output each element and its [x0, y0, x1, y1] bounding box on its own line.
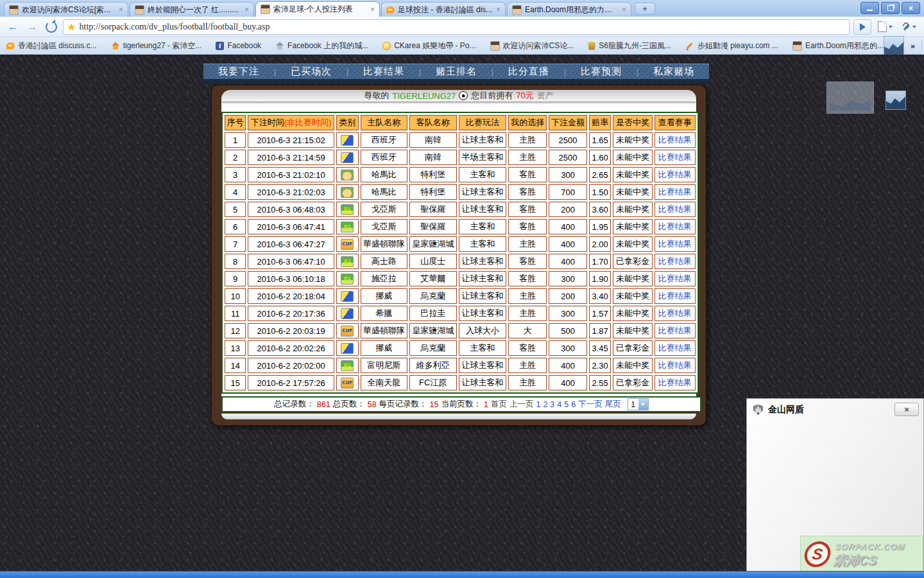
- page-link-6[interactable]: 6: [571, 400, 576, 409]
- bookmark-star-icon[interactable]: ★: [67, 22, 76, 32]
- cell-bet-time: 2010-6-3 21:02:03: [248, 184, 334, 200]
- browser-tab-2[interactable]: 終於能開心一次了 红.........×: [130, 2, 254, 17]
- avatar-icon: [261, 4, 270, 14]
- url-text[interactable]: http://sorpack.com/dv_plus/football/foot…: [80, 22, 270, 32]
- column-header-6: 比赛玩法: [459, 115, 507, 130]
- minimize-icon: [867, 10, 873, 11]
- tools-menu-button[interactable]: [899, 19, 919, 35]
- bookmark-item-5[interactable]: CKarea 娛樂地帶 - Po...: [382, 40, 475, 51]
- tab-close-icon[interactable]: ×: [622, 6, 626, 13]
- stat-value-1: 861: [317, 400, 330, 409]
- chevron-down-icon: [641, 403, 645, 406]
- match-result-link[interactable]: 比赛结果: [658, 378, 692, 387]
- page-link-4[interactable]: 4: [557, 400, 561, 409]
- greeting-middle: 您目前拥有: [471, 90, 513, 101]
- bookmark-item-7[interactable]: S6龍騰九州-三国風...: [588, 40, 671, 51]
- tab-close-icon[interactable]: ×: [496, 6, 501, 13]
- cell-seq: 4: [225, 184, 246, 200]
- match-result-link[interactable]: 比赛结果: [658, 222, 692, 231]
- minimize-button[interactable]: [860, 2, 879, 14]
- column-header-5: 客队名称: [409, 115, 457, 130]
- tab-close-icon[interactable]: ×: [119, 6, 123, 13]
- next-page-link[interactable]: 下一页: [578, 399, 603, 410]
- page-link-5[interactable]: 5: [564, 400, 569, 409]
- bookmark-item-2[interactable]: tigerleung27 - 索沛空...: [111, 40, 202, 51]
- match-result-link[interactable]: 比赛结果: [658, 308, 692, 318]
- page-link-3[interactable]: 3: [550, 400, 554, 409]
- match-result-link[interactable]: 比赛结果: [658, 326, 692, 335]
- greeting-prefix: 尊敬的: [364, 90, 389, 101]
- match-result-link[interactable]: 比赛结果: [658, 135, 692, 144]
- cell-home-team: 西班牙: [361, 132, 407, 148]
- nav-item-6[interactable]: 比赛预测: [566, 66, 637, 78]
- cell-category: D1: [336, 219, 359, 234]
- first-page-link[interactable]: 首页: [491, 399, 507, 410]
- page-link-1[interactable]: 1: [536, 400, 540, 409]
- bookmark-item-3[interactable]: fFacebook: [216, 41, 261, 50]
- nav-item-3[interactable]: 比赛结果: [348, 66, 419, 78]
- address-bar[interactable]: ★ http://sorpack.com/dv_plus/football/fo…: [63, 19, 850, 35]
- cell-view-match: 比赛结果: [654, 236, 696, 252]
- tab-close-icon[interactable]: ×: [244, 6, 249, 13]
- match-result-link[interactable]: 比赛结果: [658, 204, 692, 214]
- nav-item-2[interactable]: 已买场次: [276, 66, 346, 78]
- cell-seq: 6: [225, 219, 246, 234]
- cell-my-choice: 主胜: [508, 306, 547, 321]
- forward-button[interactable]: →: [24, 19, 40, 35]
- match-result-link[interactable]: 比赛结果: [658, 343, 692, 353]
- cell-seq: 12: [225, 323, 246, 338]
- popup-close-button[interactable]: ×: [894, 403, 919, 416]
- match-result-link[interactable]: 比赛结果: [658, 152, 692, 162]
- match-result-link[interactable]: 比赛结果: [658, 291, 692, 301]
- page-select[interactable]: 1: [628, 398, 649, 410]
- page-menu-button[interactable]: [875, 19, 895, 35]
- last-page-link[interactable]: 尾页: [605, 399, 621, 410]
- nav-item-4[interactable]: 赌王排名: [421, 66, 492, 78]
- bookmark-item-1[interactable]: 香港討論區 discuss.c...: [6, 40, 97, 51]
- match-result-link[interactable]: 比赛结果: [658, 239, 692, 249]
- bookmarks-overflow-button[interactable]: »: [911, 41, 915, 51]
- cell-my-choice: 大: [508, 323, 547, 338]
- bookmark-item-9[interactable]: Earth.Doom用邪恶的...: [792, 40, 884, 51]
- match-result-link[interactable]: 比赛结果: [658, 170, 692, 179]
- close-button[interactable]: ×: [902, 2, 920, 14]
- cell-away-team: 山度士: [409, 254, 457, 269]
- browser-tab-5[interactable]: Earth.Doom用邪恶的力量...×: [507, 2, 631, 17]
- go-button[interactable]: [853, 19, 871, 35]
- back-button[interactable]: ←: [5, 19, 21, 35]
- page-select-arrow[interactable]: [638, 399, 648, 410]
- prev-page-link[interactable]: 上一页: [509, 399, 534, 410]
- cell-category: [336, 132, 359, 148]
- match-result-link[interactable]: 比赛结果: [658, 274, 692, 283]
- bookmark-item-8[interactable]: 步姐動漫 pieayu.com ...: [685, 40, 778, 51]
- table-row: 112010-6-2 20:17:36希臘巴拉圭让球主客和主胜3001.57未能…: [225, 306, 696, 321]
- cell-bet-time: 2010-6-3 21:02:10: [248, 167, 334, 182]
- tab-close-icon[interactable]: ×: [370, 6, 375, 13]
- match-result-link[interactable]: 比赛结果: [658, 187, 692, 197]
- browser-tab-3[interactable]: 索沛足球-个人投注列表×: [255, 1, 380, 17]
- nav-item-1[interactable]: 我要下注: [203, 66, 274, 78]
- browser-tab-1[interactable]: 欢迎访问索沛CS论坛[索...×: [4, 2, 128, 17]
- browser-tab-4[interactable]: 足球投注 - 香港討論區 dis...×: [381, 2, 506, 17]
- bookmark-item-6[interactable]: 欢迎访问索沛CS论...: [490, 40, 574, 51]
- cell-away-team: 南韓: [409, 132, 457, 148]
- bookmark-item-4[interactable]: Facebook 上的我的城...: [275, 40, 368, 51]
- stat-label-3: 每页记录数：: [379, 399, 427, 410]
- restore-button[interactable]: [881, 2, 900, 14]
- nav-item-5[interactable]: 比分直播: [493, 66, 564, 78]
- page-link-2[interactable]: 2: [543, 400, 547, 409]
- cell-seq: 13: [225, 340, 246, 356]
- cell-play-type: 让球主客和: [459, 254, 507, 269]
- cell-my-choice: 客胜: [508, 202, 547, 217]
- cell-result: 未能中奖: [613, 202, 652, 217]
- cell-seq: 8: [225, 254, 246, 269]
- match-result-link[interactable]: 比赛结果: [658, 360, 692, 370]
- cell-result: 未能中奖: [613, 184, 652, 200]
- cell-category: CUP: [336, 323, 359, 338]
- match-result-link[interactable]: 比赛结果: [658, 256, 692, 266]
- new-tab-button[interactable]: +: [635, 3, 655, 15]
- avatar-icon: [490, 41, 500, 51]
- reload-button[interactable]: [44, 19, 59, 35]
- bets-table: 序号下注时间(非比赛时间)类别主队名称客队名称比赛玩法我的选择下注金额赔率是否中…: [221, 112, 699, 394]
- nav-item-7[interactable]: 私家赌场: [638, 66, 709, 78]
